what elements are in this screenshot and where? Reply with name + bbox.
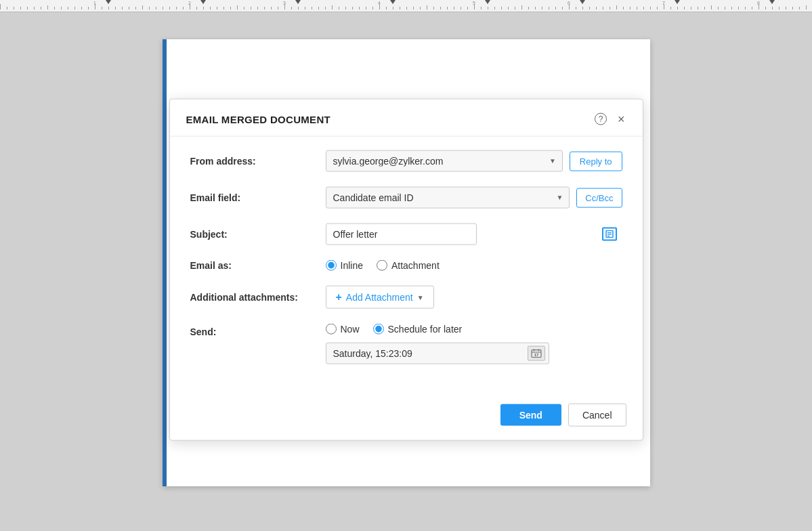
send-controls: Now Schedule for later <box>326 324 622 364</box>
subject-merge-icon[interactable] <box>602 228 617 241</box>
attachment-radio[interactable] <box>377 260 387 271</box>
subject-input-wrapper <box>326 224 622 245</box>
dialog-header-icons: ? × <box>593 112 626 127</box>
close-icon: × <box>618 113 625 125</box>
inline-radio[interactable] <box>326 260 337 271</box>
help-icon: ? <box>595 113 607 125</box>
send-row: Send: Now Schedule for later <box>190 324 622 364</box>
email-field-row: Email field: Candidate email ID ▼ Cc/Bcc <box>190 187 622 209</box>
from-address-label: From address: <box>190 156 326 167</box>
subject-row: Subject: <box>190 224 622 245</box>
subject-controls <box>326 224 622 245</box>
add-attachment-label: Add Attachment <box>346 292 413 303</box>
page-background: EMAIL MERGED DOCUMENT ? × From address: <box>0 12 812 531</box>
email-field-select[interactable]: Candidate email ID <box>326 187 570 209</box>
cc-bcc-button[interactable]: Cc/Bcc <box>576 188 622 207</box>
dialog-header: EMAIL MERGED DOCUMENT ? × <box>170 100 643 137</box>
calendar-icon[interactable]: 17 <box>528 346 545 361</box>
email-as-controls: Inline Attachment <box>326 260 622 271</box>
send-radio-group: Now Schedule for later <box>326 324 549 335</box>
email-field-label: Email field: <box>190 192 326 203</box>
document-area: EMAIL MERGED DOCUMENT ? × From address: <box>163 39 650 486</box>
schedule-label: Schedule for later <box>388 324 463 335</box>
send-label: Send: <box>190 324 326 337</box>
now-radio-label[interactable]: Now <box>326 324 360 335</box>
inline-radio-label[interactable]: Inline <box>326 260 363 271</box>
cancel-button[interactable]: Cancel <box>568 404 626 427</box>
datetime-wrapper: 17 <box>326 343 549 364</box>
dialog-title: EMAIL MERGED DOCUMENT <box>186 113 331 125</box>
dialog-footer: Send Cancel <box>170 393 643 440</box>
attachment-radio-label[interactable]: Attachment <box>377 260 440 271</box>
from-address-select-wrapper: sylvia.george@zylker.com ▼ <box>326 150 563 172</box>
add-attachment-chevron-icon: ▼ <box>417 293 424 301</box>
now-label: Now <box>341 324 360 335</box>
schedule-radio-label[interactable]: Schedule for later <box>373 324 463 335</box>
schedule-radio[interactable] <box>373 324 384 335</box>
subject-input[interactable] <box>326 224 477 245</box>
help-button[interactable]: ? <box>593 112 608 127</box>
subject-label: Subject: <box>190 229 326 240</box>
email-field-select-wrapper: Candidate email ID ▼ <box>326 187 570 209</box>
dialog-body: From address: sylvia.george@zylker.com ▼… <box>170 137 643 393</box>
inline-label: Inline <box>341 260 363 271</box>
ruler: 12345678 <box>0 0 812 12</box>
plus-icon: + <box>336 291 342 303</box>
email-merged-document-dialog: EMAIL MERGED DOCUMENT ? × From address: <box>169 99 643 441</box>
now-radio[interactable] <box>326 324 337 335</box>
document-accent <box>163 39 167 486</box>
send-section: Now Schedule for later <box>326 324 549 364</box>
from-address-row: From address: sylvia.george@zylker.com ▼… <box>190 150 622 172</box>
email-as-radio-group: Inline Attachment <box>326 260 440 271</box>
email-field-controls: Candidate email ID ▼ Cc/Bcc <box>326 187 622 209</box>
send-button[interactable]: Send <box>500 404 561 426</box>
additional-attachments-controls: + Add Attachment ▼ <box>326 286 622 309</box>
additional-attachments-row: Additional attachments: + Add Attachment… <box>190 286 622 309</box>
from-address-controls: sylvia.george@zylker.com ▼ Reply to <box>326 150 622 172</box>
from-address-select[interactable]: sylvia.george@zylker.com <box>326 150 563 172</box>
add-attachment-button[interactable]: + Add Attachment ▼ <box>326 286 434 309</box>
additional-attachments-label: Additional attachments: <box>190 292 326 303</box>
reply-to-button[interactable]: Reply to <box>570 151 622 171</box>
datetime-input[interactable] <box>326 343 549 364</box>
email-as-label: Email as: <box>190 260 326 271</box>
attachment-label: Attachment <box>391 260 440 271</box>
svg-text:17: 17 <box>534 353 538 357</box>
close-button[interactable]: × <box>616 112 626 127</box>
email-as-row: Email as: Inline Attachment <box>190 260 622 271</box>
